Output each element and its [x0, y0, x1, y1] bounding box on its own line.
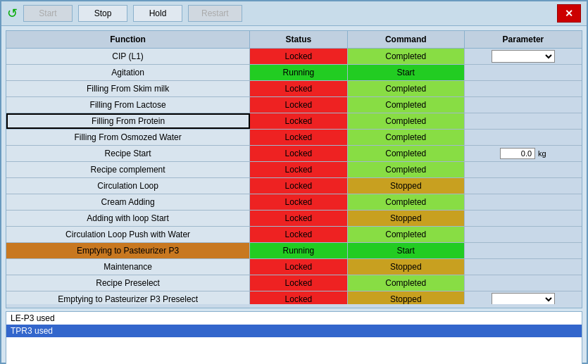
- table-row[interactable]: MaintenanceLockedStopped: [6, 259, 582, 275]
- main-window: ↺ Start Stop Hold Restart ✕ Function Sta…: [0, 0, 588, 364]
- cell-parameter: [465, 81, 582, 96]
- cell-status: Locked: [250, 97, 347, 113]
- cell-function: Cream Adding: [6, 194, 250, 210]
- cell-parameter: [465, 275, 582, 291]
- cell-command: Completed: [348, 113, 465, 129]
- cell-parameter: [465, 130, 582, 145]
- cell-status: Locked: [250, 113, 347, 129]
- main-content: Function Status Command Parameter CIP (L…: [1, 26, 587, 364]
- cell-command: Completed: [348, 146, 465, 161]
- cell-command: Stopped: [348, 178, 465, 194]
- refresh-icon[interactable]: ↺: [7, 6, 18, 21]
- cell-command: Completed: [348, 162, 465, 177]
- table-row[interactable]: Adding with loop StartLockedStopped: [6, 211, 582, 227]
- param-dropdown[interactable]: [492, 293, 555, 304]
- cell-function: Emptying to Pasteurizer P3 Preselect: [6, 291, 250, 304]
- cell-command: Completed: [348, 97, 465, 113]
- cell-parameter: [465, 243, 582, 258]
- cell-command: Completed: [348, 130, 465, 145]
- cell-function: Adding with loop Start: [6, 211, 250, 226]
- cell-function: Recipe Start: [6, 146, 250, 161]
- cell-status: Locked: [250, 81, 347, 96]
- table-body: CIP (L1)LockedCompletedAgitationRunningS…: [6, 49, 582, 304]
- table-row[interactable]: Circulation Loop Push with WaterLockedCo…: [6, 227, 582, 243]
- cell-function: Emptying to Pasteurizer P3: [6, 243, 250, 258]
- cell-function: Agitation: [6, 65, 250, 80]
- table-row[interactable]: Recipe PreselectLockedCompleted: [6, 275, 582, 291]
- cell-command: Stopped: [348, 259, 465, 275]
- restart-button[interactable]: Restart: [188, 5, 242, 22]
- stop-button[interactable]: Stop: [78, 5, 127, 22]
- log-area: LE-P3 usedTPR3 used: [6, 311, 582, 364]
- cell-command: Completed: [348, 81, 465, 96]
- header-command: Command: [348, 31, 465, 48]
- cell-command: Completed: [348, 227, 465, 242]
- header-function: Function: [6, 31, 250, 48]
- table-row[interactable]: Recipe complementLockedCompleted: [6, 162, 582, 178]
- cell-status: Locked: [250, 259, 347, 275]
- cell-command: Completed: [348, 275, 465, 291]
- cell-status: Running: [250, 65, 347, 80]
- cell-status: Locked: [250, 291, 347, 304]
- cell-function: Maintenance: [6, 259, 250, 275]
- cell-parameter: [465, 227, 582, 242]
- cell-command: Start: [348, 65, 465, 80]
- cell-status: Locked: [250, 49, 347, 64]
- cell-status: Running: [250, 243, 347, 258]
- cell-function: Filling From Lactose: [6, 97, 250, 113]
- start-button[interactable]: Start: [23, 5, 73, 22]
- cell-command: Completed: [348, 194, 465, 210]
- log-item[interactable]: TPR3 used: [6, 325, 582, 337]
- cell-parameter: [465, 259, 582, 275]
- hold-button[interactable]: Hold: [133, 5, 182, 22]
- table-header: Function Status Command Parameter: [6, 31, 582, 49]
- param-unit: kg: [538, 149, 546, 158]
- cell-function: CIP (L1): [6, 49, 250, 64]
- cell-status: Locked: [250, 227, 347, 242]
- cell-status: Locked: [250, 146, 347, 161]
- cell-function: Recipe Preselect: [6, 275, 250, 291]
- table-row[interactable]: Filling From LactoseLockedCompleted: [6, 97, 582, 113]
- param-value-input[interactable]: [500, 148, 535, 159]
- cell-command: Stopped: [348, 211, 465, 226]
- cell-function: Filling From Protein: [6, 113, 250, 129]
- cell-function: Circulation Loop Push with Water: [6, 227, 250, 242]
- cell-status: Locked: [250, 194, 347, 210]
- cell-status: Locked: [250, 275, 347, 291]
- cell-function: Filling From Osmozed Water: [6, 130, 250, 145]
- cell-parameter: [465, 162, 582, 177]
- table-row[interactable]: Recipe StartLockedCompletedkg: [6, 146, 582, 162]
- table-row[interactable]: AgitationRunningStart: [6, 65, 582, 81]
- cell-parameter[interactable]: [465, 49, 582, 64]
- toolbar: ↺ Start Stop Hold Restart ✕: [1, 1, 587, 26]
- table-row[interactable]: Emptying to Pasteurizer P3 PreselectLock…: [6, 291, 582, 304]
- log-item[interactable]: LE-P3 used: [6, 312, 582, 325]
- cell-parameter[interactable]: kg: [465, 146, 582, 161]
- cell-function: Circulation Loop: [6, 178, 250, 194]
- table-row[interactable]: Filling From Skim milkLockedCompleted: [6, 81, 582, 97]
- cell-parameter: [465, 113, 582, 129]
- cell-status: Locked: [250, 130, 347, 145]
- cell-parameter: [465, 194, 582, 210]
- table-row[interactable]: CIP (L1)LockedCompleted: [6, 49, 582, 65]
- header-status: Status: [250, 31, 347, 48]
- cell-parameter[interactable]: [465, 291, 582, 304]
- cell-status: Locked: [250, 162, 347, 177]
- param-dropdown[interactable]: [492, 50, 555, 63]
- header-parameter: Parameter: [465, 31, 582, 48]
- cell-command: Completed: [348, 49, 465, 64]
- cell-status: Locked: [250, 211, 347, 226]
- table-row[interactable]: Circulation LoopLockedStopped: [6, 178, 582, 194]
- cell-parameter: [465, 178, 582, 194]
- cell-status: Locked: [250, 178, 347, 194]
- cell-function: Recipe complement: [6, 162, 250, 177]
- table-row[interactable]: Emptying to Pasteurizer P3RunningStart: [6, 243, 582, 259]
- table-row[interactable]: Filling From Osmozed WaterLockedComplete…: [6, 130, 582, 146]
- function-table: Function Status Command Parameter CIP (L…: [6, 30, 582, 308]
- cell-command: Start: [348, 243, 465, 258]
- cell-parameter: [465, 65, 582, 80]
- table-row[interactable]: Filling From ProteinLockedCompleted: [6, 113, 582, 130]
- table-row[interactable]: Cream AddingLockedCompleted: [6, 194, 582, 211]
- close-button[interactable]: ✕: [557, 4, 581, 23]
- cell-parameter: [465, 211, 582, 226]
